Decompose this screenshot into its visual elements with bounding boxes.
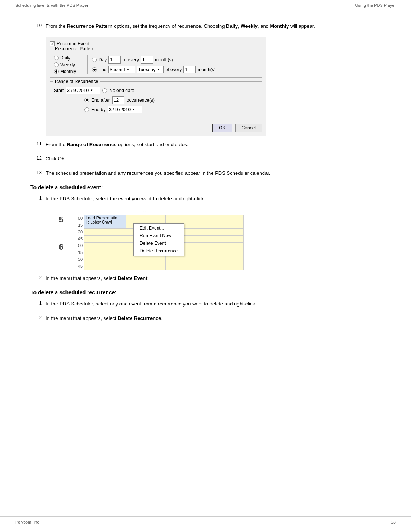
the-label: The: [99, 67, 107, 72]
recurrence-pattern-row: Daily Weekly Monthly: [54, 55, 258, 74]
tuesday-select-arrow: ▼: [157, 68, 160, 71]
step-11-number: 11: [30, 141, 42, 149]
cal-cell-6-00-1: [84, 242, 126, 249]
step-del-1-number: 1: [30, 195, 42, 203]
cal-cell-5-15-4: [204, 222, 244, 228]
ok-button[interactable]: OK: [212, 124, 232, 132]
footer-right: 23: [391, 520, 396, 524]
radio-no-end[interactable]: [102, 88, 107, 93]
dialog-wrapper: ✓ Recurring Event Recurrence Pattern Dai…: [46, 37, 381, 136]
end-by-date-select[interactable]: 3 / 9 /2010 ▼: [108, 106, 142, 113]
step-del-2-bold: Delete Event: [118, 275, 147, 281]
radio-daily-row: Daily: [54, 55, 83, 61]
range-of-recurrence-group: Range of Recurrence Start 3 / 9 /2010 ▼ …: [50, 81, 262, 117]
cal-cell-6-30-3: [165, 256, 204, 263]
step-rec-2-bold: Delete Recurrence: [118, 315, 161, 321]
step-rec-1-number: 1: [30, 300, 42, 308]
cal-cell-6-45-2: [126, 263, 166, 270]
end-by-label: End by: [91, 107, 105, 112]
start-date-select[interactable]: 3 / 9 /2010 ▼: [66, 87, 100, 94]
of-every-label-2: of every: [166, 67, 182, 72]
tuesday-select[interactable]: Tuesday ▼: [137, 66, 164, 73]
cal-cell-6-30-2: [126, 256, 166, 263]
pattern-divider: [87, 55, 88, 74]
end-after-label: End after: [91, 97, 110, 103]
cal-cell-6-00-4: [204, 242, 244, 249]
dialog-box: ✓ Recurring Event Recurrence Pattern Dai…: [46, 37, 266, 136]
ctx-run-event-now[interactable]: Run Event Now: [134, 232, 184, 240]
cal-time-6-15: 15: [65, 249, 84, 256]
cal-hour-5: 5: [46, 215, 65, 242]
header-right: Using the PDS Player: [355, 3, 396, 8]
calendar-container: · · 5 00 Load Presentation lib Lobby Cra…: [46, 209, 244, 270]
page-footer: Polycom, Inc. 23: [0, 516, 411, 524]
step-10-bold2: Daily: [226, 23, 238, 29]
cal-cell-5-30-4: [204, 228, 244, 235]
pattern-row-day: Day of every month(s): [92, 56, 216, 64]
cal-cell-6-30-1: [84, 256, 126, 263]
end-by-row: End by 3 / 9 /2010 ▼: [84, 106, 258, 113]
step-10-number: 10: [30, 22, 42, 30]
step-10-bold4: Monthly: [270, 23, 289, 29]
day-input[interactable]: [108, 56, 121, 64]
step-10-bold3: Weekly: [241, 23, 258, 29]
ctx-delete-event[interactable]: Delete Event: [134, 240, 184, 247]
delete-recurrence-heading: To delete a scheduled recurrence:: [30, 289, 381, 296]
radio-the[interactable]: [92, 67, 97, 72]
cal-cell-6-45-3: [165, 263, 204, 270]
radio-day[interactable]: [92, 58, 97, 62]
cal-time-6-00: 00: [65, 242, 84, 249]
second-select[interactable]: Second ▼: [108, 66, 135, 73]
footer-left: Polycom, Inc.: [15, 520, 40, 524]
hour-5-label: 5: [59, 215, 64, 224]
step-rec-1-text: In the PDS Scheduler, select any one eve…: [46, 300, 381, 308]
ctx-delete-recurrence[interactable]: Delete Recurrence: [134, 247, 184, 255]
cal-cell-6-45-4: [204, 263, 244, 270]
day-label: Day: [99, 57, 107, 62]
radio-end-after[interactable]: [84, 98, 89, 102]
radio-daily[interactable]: [54, 56, 59, 60]
step-del-2-number: 2: [30, 275, 42, 282]
radio-monthly[interactable]: [54, 69, 59, 74]
recurrence-radio-group: Daily Weekly Monthly: [54, 55, 83, 74]
recurring-event-row: ✓ Recurring Event: [50, 41, 262, 46]
header-left: Scheduling Events with the PDS Player: [15, 3, 88, 8]
cancel-button[interactable]: Cancel: [235, 124, 262, 132]
lib-lobby-text: lib Lobby Crawl: [86, 220, 125, 224]
load-pres-text: Load Presentation: [86, 216, 125, 220]
pattern-right: Day of every month(s) The: [92, 56, 216, 73]
no-end-date-label: No end date: [109, 88, 134, 93]
recurring-event-checkbox[interactable]: ✓: [50, 41, 55, 46]
page-container: Scheduling Events with the PDS Player Us…: [0, 0, 411, 532]
step-rec-2: 2 In the menu that appears, select Delet…: [30, 315, 381, 322]
radio-monthly-label: Monthly: [60, 69, 76, 74]
radio-weekly[interactable]: [54, 62, 59, 67]
cal-cell-5-30-1: [84, 228, 126, 235]
ctx-edit-event[interactable]: Edit Event...: [134, 224, 184, 232]
radio-end-by[interactable]: [84, 107, 89, 112]
calendar-dots: · ·: [46, 209, 244, 214]
step-rec-2-text: In the menu that appears, select Delete …: [46, 315, 381, 322]
of-every-label: of every: [123, 57, 139, 62]
step-10-bold1: Recurrence Pattern: [67, 23, 113, 29]
load-pres-cell: Load Presentation lib Lobby Crawl: [84, 215, 126, 228]
main-content: 10 From the Recurrence Pattern options, …: [0, 11, 411, 351]
cal-time-5-45: 45: [65, 235, 84, 242]
cal-time-5-15: 15: [65, 222, 84, 228]
hour-6-label: 6: [59, 242, 64, 252]
range-label: Range of Recurrence: [53, 79, 100, 84]
radio-weekly-label: Weekly: [60, 62, 75, 67]
step-rec-1: 1 In the PDS Scheduler, select any one e…: [30, 300, 381, 308]
every-input-1[interactable]: [141, 56, 153, 64]
step-13-number: 13: [30, 169, 42, 177]
pattern-row-the: The Second ▼ Tuesday ▼ of every: [92, 66, 216, 73]
months-label-1: month(s): [155, 57, 173, 62]
context-menu-box: Edit Event... Run Event Now Delete Event…: [133, 223, 184, 256]
step-del-1: 1 In the PDS Scheduler, select the event…: [30, 195, 381, 203]
step-12: 12 Click OK.: [30, 155, 381, 163]
cal-cell-5-45-4: [204, 235, 244, 242]
every-input-2[interactable]: [183, 66, 196, 73]
end-after-input[interactable]: [112, 96, 124, 104]
step-13-text: The scheduled presentation and any recur…: [46, 169, 381, 177]
step-12-text: Click OK.: [46, 155, 381, 163]
